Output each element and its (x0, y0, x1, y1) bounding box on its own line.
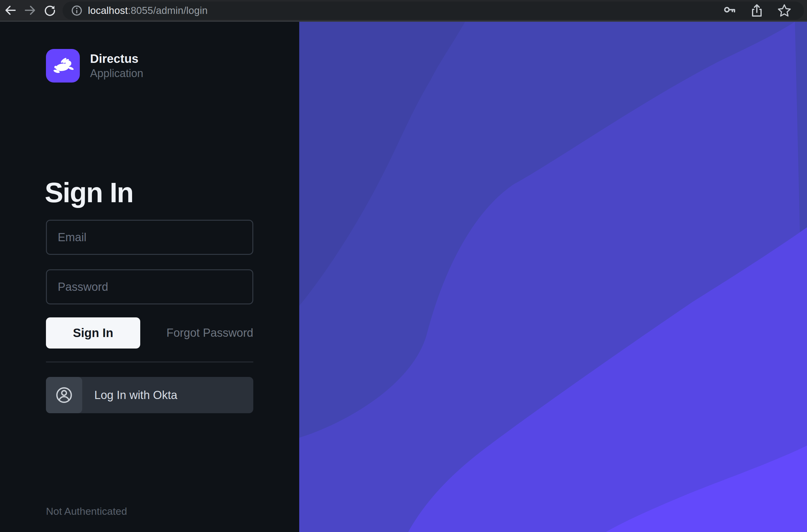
page-info-icon[interactable] (71, 4, 83, 17)
bookmark-star-icon[interactable] (777, 3, 792, 18)
login-page: Directus Application Sign In Sign In For… (0, 22, 807, 532)
back-arrow-icon (4, 3, 18, 17)
password-field[interactable] (46, 269, 253, 304)
okta-icon-box (46, 377, 82, 413)
brand-header: Directus Application (46, 49, 143, 82)
url-text: localhost:8055/admin/login (88, 5, 208, 16)
auth-status-text: Not Authenticated (46, 506, 127, 517)
forward-arrow-icon (23, 3, 37, 17)
email-field[interactable] (46, 220, 253, 255)
url-bar[interactable]: localhost:8055/admin/login (62, 1, 804, 20)
okta-login-button[interactable]: Log In with Okta (46, 377, 253, 413)
back-button[interactable] (4, 3, 18, 17)
divider (46, 362, 253, 362)
share-icon[interactable] (750, 3, 764, 18)
background-art (299, 22, 807, 532)
forward-button[interactable] (23, 3, 37, 17)
brand-title: Directus (90, 52, 143, 65)
forgot-password-link[interactable]: Forgot Password (167, 326, 253, 339)
reload-icon (43, 3, 57, 17)
url-host: localhost (88, 5, 128, 16)
reload-button[interactable] (43, 3, 57, 17)
action-row: Sign In Forgot Password (46, 317, 253, 348)
okta-login-label: Log In with Okta (94, 389, 177, 402)
sign-in-button[interactable]: Sign In (46, 317, 140, 348)
login-panel: Directus Application Sign In Sign In For… (0, 22, 299, 532)
browser-toolbar: localhost:8055/admin/login (0, 0, 807, 22)
brand-subtitle: Application (90, 67, 143, 80)
page-title: Sign In (45, 177, 256, 209)
directus-logo (46, 49, 80, 82)
directus-rabbit-icon (50, 53, 76, 79)
url-path: :8055/admin/login (128, 5, 208, 16)
account-circle-icon (55, 386, 74, 404)
info-icon (71, 4, 83, 17)
stripe-art-svg (299, 22, 807, 532)
password-key-icon[interactable] (723, 3, 737, 18)
